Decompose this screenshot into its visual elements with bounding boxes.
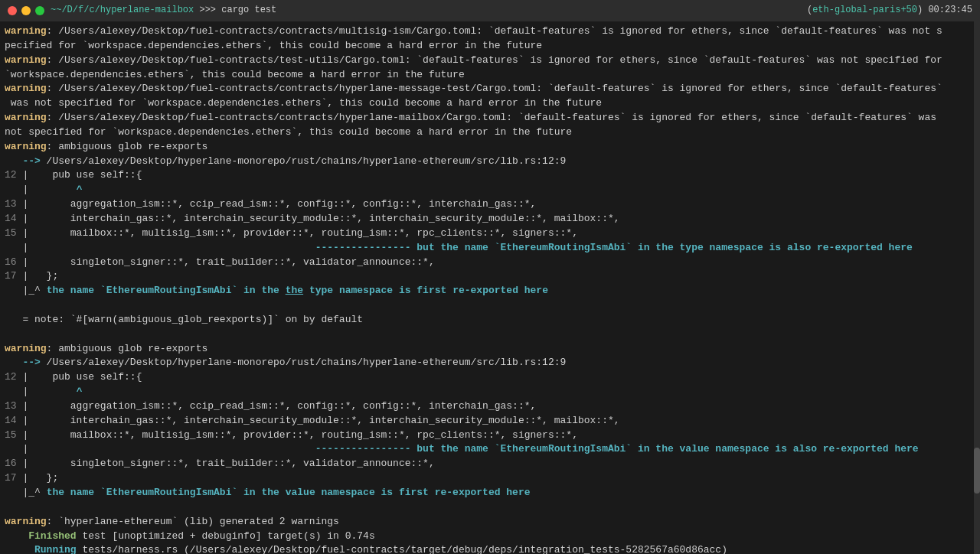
title-separator: >>> xyxy=(199,5,221,15)
line-warning-lib: warning: `hyperlane-ethereum` (lib) gene… xyxy=(5,515,975,530)
line-running: Running tests/harness.rs (/Users/alexey/… xyxy=(5,543,975,554)
scrollbar[interactable] xyxy=(974,21,980,554)
line-code-17a: 17 | }; xyxy=(5,269,975,284)
scrollbar-thumb[interactable] xyxy=(974,448,980,494)
line-code-14a: 14 | interchain_gas::*, interchain_secur… xyxy=(5,212,975,226)
line-code-13a: 13 | aggregation_ism::*, ccip_read_ism::… xyxy=(5,197,975,212)
line-caret-12b: | ^ xyxy=(5,385,975,399)
title-paren-close: ) xyxy=(917,5,923,15)
line-code-15a: 15 | mailbox::*, multisig_ism::*, provid… xyxy=(5,226,975,241)
line-finished: Finished test [unoptimized + debuginfo] … xyxy=(5,530,975,544)
title-command: cargo test xyxy=(221,5,276,15)
maximize-button[interactable] xyxy=(35,6,44,15)
line-code-12a: 12 | pub use self::{ xyxy=(5,168,975,183)
line-code-16a: 16 | singleton_signer::*, trait_builder:… xyxy=(5,256,975,270)
line-warning-4b: not specified for `workspace.dependencie… xyxy=(5,125,975,140)
line-code-15b: 15 | mailbox::*, multisig_ism::*, provid… xyxy=(5,429,975,443)
title-path: ~~/D/f/c/hyperlane-mailbox xyxy=(51,5,194,15)
line-warning-3b: was not specified for `workspace.depende… xyxy=(5,96,975,111)
line-warning-1b: pecified for `workspace.dependencies.eth… xyxy=(5,39,975,54)
minimize-button[interactable] xyxy=(21,6,31,15)
line-note-1: = note: `#[warn(ambiguous_glob_reexports… xyxy=(5,313,975,328)
line-blank-1 xyxy=(5,298,975,313)
title-bar-left: ~~/D/f/c/hyperlane-mailbox >>> cargo tes… xyxy=(8,4,276,17)
line-caret-msg-2: |_^ the name `EthereumRoutingIsmAbi` in … xyxy=(5,486,975,500)
title-time: 00:23:45 xyxy=(928,5,972,15)
line-code-14b: 14 | interchain_gas::*, interchain_secur… xyxy=(5,414,975,429)
line-warning-glob1: warning: ambiguous glob re-exports xyxy=(5,140,975,155)
line-note-15a: | ---------------- but the name `Ethereu… xyxy=(5,241,975,256)
line-warning-2: warning: /Users/alexey/Desktop/fuel-cont… xyxy=(5,54,975,68)
line-caret-msg-1: |_^ the name `EthereumRoutingIsmAbi` in … xyxy=(5,284,975,298)
line-blank-3 xyxy=(5,500,975,515)
title-bar: ~~/D/f/c/hyperlane-mailbox >>> cargo tes… xyxy=(0,0,980,21)
line-warning-glob2: warning: ambiguous glob re-exports xyxy=(5,342,975,357)
terminal: ~~/D/f/c/hyperlane-mailbox >>> cargo tes… xyxy=(0,0,980,554)
line-code-17b: 17 | }; xyxy=(5,471,975,486)
line-code-12b: 12 | pub use self::{ xyxy=(5,370,975,385)
line-caret-12a: | ^ xyxy=(5,183,975,197)
line-blank-2 xyxy=(5,328,975,342)
line-warning-3: warning: /Users/alexey/Desktop/fuel-cont… xyxy=(5,82,975,96)
line-warning-4: warning: /Users/alexey/Desktop/fuel-cont… xyxy=(5,111,975,125)
line-warning-2b: `workspace.dependencies.ethers`, this co… xyxy=(5,68,975,83)
title-text: ~~/D/f/c/hyperlane-mailbox >>> cargo tes… xyxy=(51,4,276,17)
close-button[interactable] xyxy=(8,6,17,15)
line-warning-1: warning: /Users/alexey/Desktop/fuel-cont… xyxy=(5,24,975,39)
title-bar-right: (eth-global-paris+50) 00:23:45 xyxy=(807,4,972,17)
traffic-lights xyxy=(8,6,44,15)
terminal-content: warning: /Users/alexey/Desktop/fuel-cont… xyxy=(0,21,980,554)
line-code-13b: 13 | aggregation_ism::*, ccip_read_ism::… xyxy=(5,399,975,414)
line-note-15b: | ---------------- but the name `Ethereu… xyxy=(5,442,975,457)
branch-name: eth-global-paris+50 xyxy=(812,5,917,15)
line-code-16b: 16 | singleton_signer::*, trait_builder:… xyxy=(5,457,975,471)
line-arrow-1: --> /Users/alexey/Desktop/hyperlane-mono… xyxy=(5,155,975,169)
line-arrow-2: --> /Users/alexey/Desktop/hyperlane-mono… xyxy=(5,356,975,370)
